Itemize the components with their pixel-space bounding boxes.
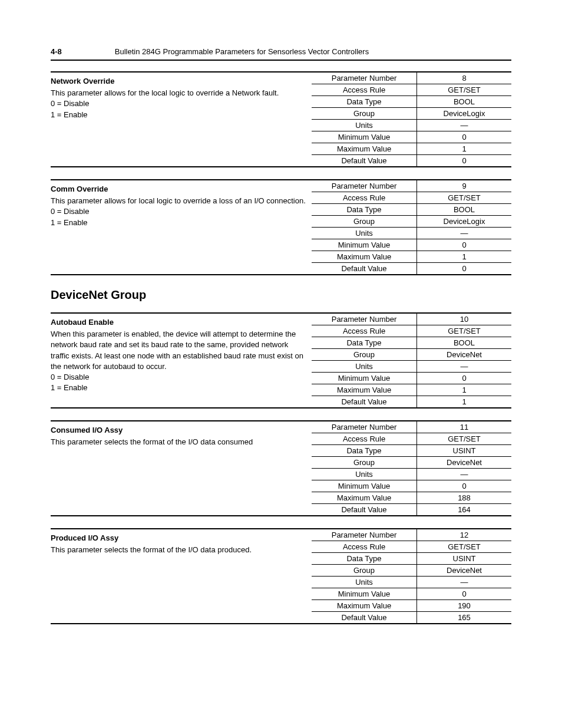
parameter-block: Produced I/O AssyThis parameter selects …	[51, 528, 511, 624]
parameter-row: GroupDeviceNet	[312, 349, 511, 361]
row-label: Units	[312, 228, 417, 239]
section-heading: DeviceNet Group	[51, 288, 511, 302]
parameter-row: Units—	[312, 361, 511, 373]
row-label: Parameter Number	[312, 529, 417, 541]
page-number: 4-8	[51, 47, 62, 56]
parameter-row: Data TypeUSINT	[312, 553, 511, 565]
parameter-row: Access RuleGET/SET	[312, 192, 511, 204]
row-value: 1	[417, 396, 511, 407]
row-label: Parameter Number	[312, 180, 417, 192]
row-value: 0	[417, 373, 511, 384]
row-value: 9	[417, 180, 511, 192]
parameter-name: Produced I/O Assy	[51, 533, 307, 543]
row-value: 0	[417, 155, 511, 166]
row-label: Data Type	[312, 204, 417, 215]
parameter-values: Parameter Number10Access RuleGET/SETData…	[312, 314, 511, 407]
parameter-desc-line: 0 = Disable	[51, 372, 307, 383]
parameter-row: Maximum Value1	[312, 143, 511, 155]
row-value: USINT	[417, 445, 511, 456]
row-value: GET/SET	[417, 433, 511, 444]
parameter-row: Minimum Value0	[312, 373, 511, 384]
row-value: 164	[417, 504, 511, 515]
row-label: Group	[312, 457, 417, 468]
parameter-desc-line: This parameter allows for local logic to…	[51, 196, 307, 206]
row-value: BOOL	[417, 96, 511, 107]
parameter-desc-line: 1 = Enable	[51, 218, 307, 228]
row-value: GET/SET	[417, 541, 511, 552]
parameter-row: Units—	[312, 577, 511, 588]
row-label: Maximum Value	[312, 143, 417, 154]
row-value: DeviceLogix	[417, 108, 511, 119]
row-label: Maximum Value	[312, 384, 417, 396]
row-label: Access Rule	[312, 84, 417, 95]
parameter-row: Maximum Value1	[312, 384, 511, 396]
parameter-block: Network OverrideThis parameter allows fo…	[51, 71, 511, 167]
parameter-row: Default Value164	[312, 504, 511, 515]
row-value: GET/SET	[417, 325, 511, 337]
parameter-name: Consumed I/O Assy	[51, 425, 307, 436]
row-value: 188	[417, 492, 511, 503]
row-value: DeviceNet	[417, 349, 511, 360]
parameter-block: Autobaud EnableWhen this parameter is en…	[51, 312, 511, 409]
parameter-row: Access RuleGET/SET	[312, 433, 511, 445]
row-label: Units	[312, 577, 417, 588]
parameter-desc-line: When this parameter is enabled, the devi…	[51, 329, 307, 372]
parameter-desc-line: This parameter selects the format of the…	[51, 437, 307, 447]
parameter-row: Minimum Value0	[312, 588, 511, 600]
row-value: 11	[417, 421, 511, 433]
row-label: Minimum Value	[312, 373, 417, 384]
row-label: Access Rule	[312, 433, 417, 444]
row-value: 8	[417, 73, 511, 84]
row-label: Maximum Value	[312, 600, 417, 611]
parameter-block: Consumed I/O AssyThis parameter selects …	[51, 420, 511, 516]
parameter-desc-line: 1 = Enable	[51, 110, 307, 120]
row-label: Default Value	[312, 396, 417, 407]
row-value: BOOL	[417, 337, 511, 348]
row-value: 0	[417, 588, 511, 599]
parameter-block: Comm OverrideThis parameter allows for l…	[51, 179, 511, 275]
parameter-description: Consumed I/O AssyThis parameter selects …	[51, 421, 312, 515]
parameter-name: Network Override	[51, 76, 307, 87]
page-header: 4-8 Bulletin 284G Programmable Parameter…	[51, 47, 511, 56]
row-label: Access Rule	[312, 192, 417, 203]
row-value: —	[417, 577, 511, 588]
parameter-description: Comm OverrideThis parameter allows for l…	[51, 180, 312, 274]
parameter-row: Data TypeUSINT	[312, 445, 511, 457]
row-value: 10	[417, 314, 511, 325]
row-label: Default Value	[312, 155, 417, 166]
parameter-desc-line: This parameter allows for the local logi…	[51, 88, 307, 98]
parameter-row: Access RuleGET/SET	[312, 325, 511, 337]
parameter-values: Parameter Number11Access RuleGET/SETData…	[312, 421, 511, 515]
parameter-row: Minimum Value0	[312, 131, 511, 143]
row-value: —	[417, 228, 511, 239]
row-label: Minimum Value	[312, 239, 417, 251]
row-label: Default Value	[312, 504, 417, 515]
parameter-desc-line: This parameter selects the format of the…	[51, 545, 307, 555]
row-value: DeviceLogix	[417, 216, 511, 227]
row-value: 165	[417, 612, 511, 623]
row-value: —	[417, 361, 511, 372]
parameter-row: Parameter Number12	[312, 529, 511, 541]
row-label: Default Value	[312, 612, 417, 623]
parameter-row: Parameter Number10	[312, 314, 511, 325]
parameter-desc-line: 0 = Disable	[51, 98, 307, 109]
parameter-description: Produced I/O AssyThis parameter selects …	[51, 529, 312, 623]
row-label: Access Rule	[312, 541, 417, 552]
parameter-description: Network OverrideThis parameter allows fo…	[51, 73, 312, 166]
doc-title: Bulletin 284G Programmable Parameters fo…	[115, 47, 369, 56]
row-label: Units	[312, 361, 417, 372]
row-value: GET/SET	[417, 84, 511, 95]
parameter-row: Minimum Value0	[312, 480, 511, 492]
row-label: Access Rule	[312, 325, 417, 337]
parameter-row: Minimum Value0	[312, 239, 511, 251]
row-label: Minimum Value	[312, 131, 417, 143]
row-label: Group	[312, 349, 417, 360]
row-label: Maximum Value	[312, 492, 417, 503]
row-label: Default Value	[312, 263, 417, 274]
parameter-row: Parameter Number8	[312, 73, 511, 84]
parameter-row: Data TypeBOOL	[312, 204, 511, 216]
row-label: Minimum Value	[312, 480, 417, 492]
parameter-row: Maximum Value188	[312, 492, 511, 504]
parameter-row: Units—	[312, 228, 511, 239]
row-value: 190	[417, 600, 511, 611]
